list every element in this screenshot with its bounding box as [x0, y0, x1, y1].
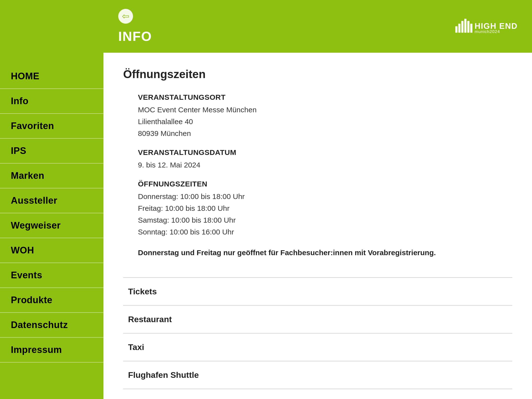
- sidebar-link-aussteller[interactable]: Aussteller: [11, 195, 57, 206]
- sidebar-link-ips[interactable]: IPS: [11, 146, 26, 156]
- sidebar-item-impressum[interactable]: Impressum: [0, 338, 103, 363]
- info-line-2-3: Sonntag: 10:00 bis 16:00 Uhr: [138, 226, 512, 238]
- info-line-2-2: Samstag: 10:00 bis 18:00 Uhr: [138, 214, 512, 226]
- info-label-1: VERANSTALTUNGSDATUM: [138, 148, 512, 157]
- collapsible-section-restaurant: Restaurant: [123, 306, 512, 333]
- info-block-0: VERANSTALTUNGSORTMOC Event Center Messe …: [138, 93, 512, 139]
- sidebar-item-woh[interactable]: WOH: [0, 238, 103, 263]
- sidebar-nav: HOMEInfoFavoritenIPSMarkenAusstellerWegw…: [0, 64, 103, 363]
- info-block-2: ÖFFNUNGSZEITENDonnerstag: 10:00 bis 18:0…: [138, 180, 512, 238]
- sidebar-link-datenschutz[interactable]: Datenschutz: [11, 320, 68, 330]
- main-content: ⇦ INFO HIGH END munich2024 Öffnungsz: [103, 0, 532, 399]
- info-blocks: VERANSTALTUNGSORTMOC Event Center Messe …: [123, 93, 512, 259]
- collapsible-section-taxi: Taxi: [123, 333, 512, 361]
- back-button[interactable]: ⇦: [118, 9, 133, 24]
- sidebar-item-aussteller[interactable]: Aussteller: [0, 188, 103, 213]
- svg-rect-3: [464, 19, 466, 33]
- collapsible-header-restaurant[interactable]: Restaurant: [123, 306, 512, 333]
- logo-container: HIGH END munich2024: [453, 18, 517, 35]
- collapsible-label-restaurant: Restaurant: [128, 315, 172, 324]
- sidebar-link-home[interactable]: HOME: [11, 71, 39, 81]
- info-label-0: VERANSTALTUNGSORT: [138, 93, 512, 101]
- info-label-2: ÖFFNUNGSZEITEN: [138, 180, 512, 188]
- collapsible-section-flughafen: Flughafen Shuttle: [123, 361, 512, 389]
- sidebar-link-impressum[interactable]: Impressum: [11, 345, 62, 355]
- sidebar-item-events[interactable]: Events: [0, 263, 103, 288]
- info-line-0-2: 80939 München: [138, 128, 512, 139]
- sidebar-item-produkte[interactable]: Produkte: [0, 288, 103, 313]
- collapsible-label-flughafen: Flughafen Shuttle: [128, 370, 199, 380]
- sidebar-item-marken[interactable]: Marken: [0, 164, 103, 188]
- sidebar-item-ips[interactable]: IPS: [0, 139, 103, 164]
- sidebar-top: [0, 0, 103, 64]
- info-line-0-1: Lilienthalallee 40: [138, 116, 512, 128]
- info-block-1: VERANSTALTUNGSDATUM9. bis 12. Mai 2024: [138, 148, 512, 171]
- sidebar-item-datenschutz[interactable]: Datenschutz: [0, 313, 103, 338]
- svg-rect-4: [467, 21, 469, 33]
- offnungszeiten-title: Öffnungszeiten: [123, 67, 512, 81]
- info-line-1-0: 9. bis 12. Mai 2024: [138, 159, 512, 171]
- sidebar-link-wegweiser[interactable]: Wegweiser: [11, 220, 61, 231]
- collapsible-section-tickets: Tickets: [123, 278, 512, 306]
- collapsible-header-taxi[interactable]: Taxi: [123, 333, 512, 361]
- collapsible-label-tickets: Tickets: [128, 287, 157, 296]
- sidebar-link-events[interactable]: Events: [11, 270, 42, 280]
- collapsible-label-taxi: Taxi: [128, 342, 144, 352]
- info-line-3-0: Donnerstag und Freitag nur geöffnet für …: [138, 247, 512, 259]
- highend-logo: HIGH END munich2024: [453, 18, 517, 35]
- info-line-0-0: MOC Event Center Messe München: [138, 104, 512, 116]
- sidebar-link-woh[interactable]: WOH: [11, 245, 34, 255]
- sidebar-link-favoriten[interactable]: Favoriten: [11, 121, 54, 131]
- sidebar-item-info[interactable]: Info: [0, 89, 103, 114]
- page-title: INFO: [118, 29, 152, 44]
- svg-rect-1: [458, 24, 461, 33]
- sidebar-link-marken[interactable]: Marken: [11, 170, 44, 181]
- collapsible-sections: TicketsRestaurantTaxiFlughafen Shuttle: [123, 278, 512, 389]
- header-left: ⇦ INFO: [118, 9, 152, 44]
- main-header: ⇦ INFO HIGH END munich2024: [103, 0, 532, 53]
- sidebar-item-home[interactable]: HOME: [0, 64, 103, 89]
- sidebar-link-produkte[interactable]: Produkte: [11, 295, 52, 305]
- collapsible-header-tickets[interactable]: Tickets: [123, 278, 512, 305]
- svg-rect-5: [470, 24, 472, 33]
- offnungszeiten-section: Öffnungszeiten VERANSTALTUNGSORTMOC Even…: [123, 67, 512, 277]
- sidebar-item-favoriten[interactable]: Favoriten: [0, 114, 103, 139]
- sidebar-item-wegweiser[interactable]: Wegweiser: [0, 213, 103, 238]
- svg-text:munich2024: munich2024: [475, 29, 500, 34]
- svg-rect-2: [461, 21, 464, 33]
- info-line-2-0: Donnerstag: 10:00 bis 18:00 Uhr: [138, 191, 512, 202]
- svg-rect-0: [455, 26, 458, 33]
- sidebar: HOMEInfoFavoritenIPSMarkenAusstellerWegw…: [0, 0, 103, 399]
- info-line-2-1: Freitag: 10:00 bis 18:00 Uhr: [138, 202, 512, 214]
- collapsible-header-flughafen[interactable]: Flughafen Shuttle: [123, 361, 512, 389]
- back-arrow-icon: ⇦: [122, 12, 129, 21]
- info-block-3: Donnerstag und Freitag nur geöffnet für …: [138, 247, 512, 259]
- content-area: Öffnungszeiten VERANSTALTUNGSORTMOC Even…: [103, 53, 532, 399]
- sidebar-link-info[interactable]: Info: [11, 96, 29, 106]
